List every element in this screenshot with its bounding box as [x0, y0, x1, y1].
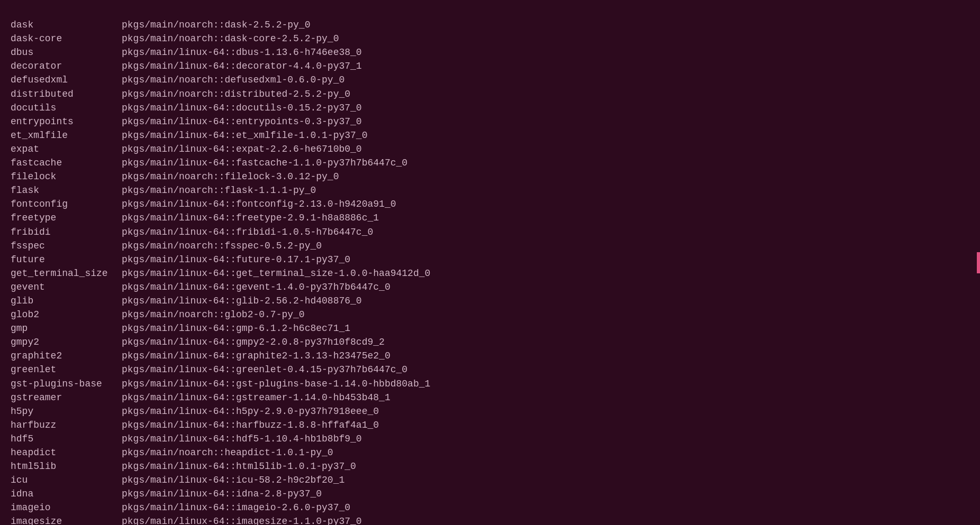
package-path: pkgs/main/linux-64::gmp-6.1.2-h6c8ec71_1	[122, 321, 350, 335]
package-path: pkgs/main/linux-64::et_xmlfile-1.0.1-py3…	[122, 128, 367, 142]
list-item: greenletpkgs/main/linux-64::greenlet-0.4…	[11, 363, 969, 376]
list-item: gst-plugins-basepkgs/main/linux-64::gst-…	[11, 377, 969, 391]
package-name: gevent	[11, 280, 122, 294]
package-path: pkgs/main/noarch::fsspec-0.5.2-py_0	[122, 239, 322, 253]
package-path: pkgs/main/linux-64::gst-plugins-base-1.1…	[122, 377, 430, 391]
package-name: html5lib	[11, 459, 122, 473]
package-path: pkgs/main/noarch::filelock-3.0.12-py_0	[122, 170, 339, 183]
package-path: pkgs/main/noarch::flask-1.1.1-py_0	[122, 183, 316, 197]
package-path: pkgs/main/linux-64::idna-2.8-py37_0	[122, 487, 322, 501]
package-path: pkgs/main/linux-64::h5py-2.9.0-py37h7918…	[122, 404, 379, 418]
package-path: pkgs/main/linux-64::html5lib-1.0.1-py37_…	[122, 459, 356, 473]
package-name: gmp	[11, 321, 122, 335]
list-item: harfbuzzpkgs/main/linux-64::harfbuzz-1.8…	[11, 418, 969, 432]
package-path: pkgs/main/linux-64::glib-2.56.2-hd408876…	[122, 294, 362, 308]
list-item: imagesizepkgs/main/linux-64::imagesize-1…	[11, 514, 969, 525]
list-item: gmpy2pkgs/main/linux-64::gmpy2-2.0.8-py3…	[11, 335, 969, 349]
package-name: heapdict	[11, 446, 122, 459]
package-path: pkgs/main/linux-64::expat-2.2.6-he6710b0…	[122, 142, 362, 156]
package-path: pkgs/main/linux-64::docutils-0.15.2-py37…	[122, 101, 362, 115]
package-name: fsspec	[11, 239, 122, 253]
package-name: fastcache	[11, 156, 122, 170]
package-name: flask	[11, 183, 122, 197]
list-item: entrypointspkgs/main/linux-64::entrypoin…	[11, 115, 969, 128]
list-item: fribidipkgs/main/linux-64::fribidi-1.0.5…	[11, 225, 969, 239]
list-item: html5libpkgs/main/linux-64::html5lib-1.0…	[11, 459, 969, 473]
scrollbar[interactable]	[977, 252, 980, 273]
package-name: idna	[11, 487, 122, 501]
list-item: idnapkgs/main/linux-64::idna-2.8-py37_0	[11, 487, 969, 501]
package-name: expat	[11, 142, 122, 156]
list-item: dbuspkgs/main/linux-64::dbus-1.13.6-h746…	[11, 45, 969, 59]
list-item: defusedxmlpkgs/main/noarch::defusedxml-0…	[11, 73, 969, 87]
package-name: decorator	[11, 59, 122, 73]
list-item: glob2pkgs/main/noarch::glob2-0.7-py_0	[11, 308, 969, 321]
package-path: pkgs/main/linux-64::dbus-1.13.6-h746ee38…	[122, 45, 362, 59]
package-path: pkgs/main/linux-64::imageio-2.6.0-py37_0	[122, 501, 350, 514]
package-name: graphite2	[11, 349, 122, 363]
package-path: pkgs/main/linux-64::fribidi-1.0.5-h7b644…	[122, 225, 373, 239]
package-path: pkgs/main/linux-64::imagesize-1.1.0-py37…	[122, 514, 362, 525]
package-path: pkgs/main/linux-64::greenlet-0.4.15-py37…	[122, 363, 407, 376]
list-item: imageiopkgs/main/linux-64::imageio-2.6.0…	[11, 501, 969, 514]
package-path: pkgs/main/noarch::defusedxml-0.6.0-py_0	[122, 73, 344, 87]
terminal-output: daskpkgs/main/noarch::dask-2.5.2-py_0das…	[11, 4, 969, 525]
list-item: get_terminal_sizepkgs/main/linux-64::get…	[11, 266, 969, 280]
list-item: gstreamerpkgs/main/linux-64::gstreamer-1…	[11, 391, 969, 404]
list-item: dask-corepkgs/main/noarch::dask-core-2.5…	[11, 32, 969, 45]
package-name: glob2	[11, 308, 122, 321]
list-item: fontconfigpkgs/main/linux-64::fontconfig…	[11, 197, 969, 211]
package-name: harfbuzz	[11, 418, 122, 432]
package-name: icu	[11, 473, 122, 487]
list-item: flaskpkgs/main/noarch::flask-1.1.1-py_0	[11, 183, 969, 197]
package-path: pkgs/main/linux-64::harfbuzz-1.8.8-hffaf…	[122, 418, 379, 432]
list-item: distributedpkgs/main/noarch::distributed…	[11, 87, 969, 101]
list-item: decoratorpkgs/main/linux-64::decorator-4…	[11, 59, 969, 73]
list-item: hdf5pkgs/main/linux-64::hdf5-1.10.4-hb1b…	[11, 432, 969, 446]
package-path: pkgs/main/linux-64::entrypoints-0.3-py37…	[122, 115, 362, 128]
package-name: docutils	[11, 101, 122, 115]
package-name: fribidi	[11, 225, 122, 239]
package-name: imagesize	[11, 514, 122, 525]
package-name: filelock	[11, 170, 122, 183]
package-path: pkgs/main/linux-64::freetype-2.9.1-h8a88…	[122, 211, 379, 225]
package-path: pkgs/main/linux-64::hdf5-1.10.4-hb1b8bf9…	[122, 432, 362, 446]
package-name: defusedxml	[11, 73, 122, 87]
package-path: pkgs/main/noarch::heapdict-1.0.1-py_0	[122, 446, 333, 459]
package-path: pkgs/main/linux-64::icu-58.2-h9c2bf20_1	[122, 473, 344, 487]
package-path: pkgs/main/linux-64::get_terminal_size-1.…	[122, 266, 430, 280]
package-path: pkgs/main/linux-64::graphite2-1.3.13-h23…	[122, 349, 391, 363]
package-name: greenlet	[11, 363, 122, 376]
package-name: entrypoints	[11, 115, 122, 128]
package-name: dbus	[11, 45, 122, 59]
package-path: pkgs/main/linux-64::decorator-4.4.0-py37…	[122, 59, 362, 73]
list-item: gmppkgs/main/linux-64::gmp-6.1.2-h6c8ec7…	[11, 321, 969, 335]
list-item: geventpkgs/main/linux-64::gevent-1.4.0-p…	[11, 280, 969, 294]
list-item: fsspecpkgs/main/noarch::fsspec-0.5.2-py_…	[11, 239, 969, 253]
list-item: graphite2pkgs/main/linux-64::graphite2-1…	[11, 349, 969, 363]
list-item: daskpkgs/main/noarch::dask-2.5.2-py_0	[11, 18, 969, 32]
package-name: hdf5	[11, 432, 122, 446]
list-item: h5pypkgs/main/linux-64::h5py-2.9.0-py37h…	[11, 404, 969, 418]
package-name: gmpy2	[11, 335, 122, 349]
package-name: future	[11, 253, 122, 266]
package-name: imageio	[11, 501, 122, 514]
package-name: dask-core	[11, 32, 122, 45]
list-item: filelockpkgs/main/noarch::filelock-3.0.1…	[11, 170, 969, 183]
package-name: distributed	[11, 87, 122, 101]
package-name: freetype	[11, 211, 122, 225]
list-item: expatpkgs/main/linux-64::expat-2.2.6-he6…	[11, 142, 969, 156]
list-item: freetypepkgs/main/linux-64::freetype-2.9…	[11, 211, 969, 225]
list-item: futurepkgs/main/linux-64::future-0.17.1-…	[11, 253, 969, 266]
package-path: pkgs/main/linux-64::fastcache-1.1.0-py37…	[122, 156, 407, 170]
package-name: glib	[11, 294, 122, 308]
package-name: gstreamer	[11, 391, 122, 404]
package-path: pkgs/main/linux-64::gstreamer-1.14.0-hb4…	[122, 391, 391, 404]
package-path: pkgs/main/linux-64::future-0.17.1-py37_0	[122, 253, 350, 266]
package-path: pkgs/main/linux-64::gmpy2-2.0.8-py37h10f…	[122, 335, 385, 349]
package-name: h5py	[11, 404, 122, 418]
package-name: et_xmlfile	[11, 128, 122, 142]
list-item: icupkgs/main/linux-64::icu-58.2-h9c2bf20…	[11, 473, 969, 487]
package-path: pkgs/main/noarch::distributed-2.5.2-py_0	[122, 87, 350, 101]
package-name: fontconfig	[11, 197, 122, 211]
